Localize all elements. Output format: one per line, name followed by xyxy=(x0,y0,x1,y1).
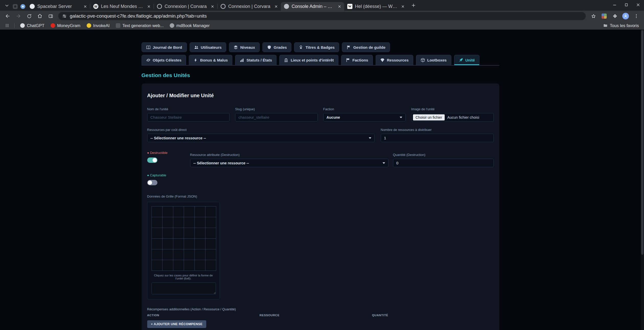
slug-input[interactable] xyxy=(235,113,318,121)
unit-image-file-input[interactable]: Choisir un fichier Aucun fichier choisi xyxy=(411,113,494,122)
grid-cell[interactable] xyxy=(152,249,163,260)
nav-gestion-de-guilde[interactable]: Gestion de guilde xyxy=(342,42,390,52)
site-info-icon[interactable] xyxy=(62,14,67,19)
grid-cell[interactable] xyxy=(152,239,163,249)
grid-cell[interactable] xyxy=(184,217,195,228)
tab-ressources[interactable]: Ressources xyxy=(376,55,413,65)
pinned-extension-button[interactable] xyxy=(599,11,609,21)
bookmark-textgen[interactable]: Text generation web... xyxy=(113,22,166,29)
tab-objets-celestes[interactable]: Objets Célestes xyxy=(142,55,186,65)
nav-utilisateurs[interactable]: Utilisateurs xyxy=(190,42,226,52)
forward-button[interactable] xyxy=(13,11,24,21)
grid-cell[interactable] xyxy=(205,239,216,249)
apps-grid-button[interactable] xyxy=(3,22,11,29)
grid-cell[interactable] xyxy=(163,249,173,260)
grid-cell[interactable] xyxy=(184,228,195,239)
bookmark-invokeai[interactable]: InvokeAI xyxy=(84,22,112,29)
all-bookmarks-button[interactable]: Tous les favoris xyxy=(601,22,641,29)
grid-cell[interactable] xyxy=(152,217,163,228)
grid-cell[interactable] xyxy=(173,217,184,228)
grid-cell[interactable] xyxy=(163,239,173,249)
tab-close-icon[interactable] xyxy=(146,4,152,9)
grid-cell[interactable] xyxy=(184,239,195,249)
tab-close-icon[interactable] xyxy=(273,4,279,9)
scrollbar-thumb[interactable] xyxy=(641,30,643,255)
grid-cell[interactable] xyxy=(195,206,205,217)
bookmark-chatgpt[interactable]: ChatGPT xyxy=(18,22,47,29)
grid-cell[interactable] xyxy=(205,260,216,271)
distribute-count-input[interactable] xyxy=(381,134,494,142)
nav-niveaux[interactable]: Niveaux xyxy=(229,42,260,52)
grid-cell[interactable] xyxy=(152,206,163,217)
profile-button[interactable] xyxy=(620,11,631,21)
faction-select[interactable]: Aucune xyxy=(323,113,406,121)
grid-cell[interactable] xyxy=(173,260,184,271)
grid-cell[interactable] xyxy=(163,228,173,239)
destructible-toggle[interactable] xyxy=(147,157,157,163)
pinned-tab-1[interactable] xyxy=(11,2,19,11)
tab-les-neuf-mondes[interactable]: W Les Neuf Mondes de la Mythol... xyxy=(90,2,154,11)
tab-close-icon[interactable] xyxy=(210,4,215,9)
minimize-button[interactable] xyxy=(609,0,620,10)
grid-cell[interactable] xyxy=(195,260,205,271)
grid-cell[interactable] xyxy=(173,228,184,239)
add-reward-button[interactable]: + AJOUTER UNE RÉCOMPENSE xyxy=(147,320,206,328)
resource-cost-select[interactable]: -- Sélectionner une ressource -- xyxy=(147,134,375,142)
maximize-button[interactable] xyxy=(620,0,632,10)
nav-grades[interactable]: Grades xyxy=(262,42,292,52)
grid-cell[interactable] xyxy=(205,228,216,239)
capturable-toggle[interactable] xyxy=(147,180,157,185)
new-tab-button[interactable] xyxy=(409,1,418,10)
destruction-qty-input[interactable] xyxy=(393,159,494,167)
pinned-tab-2[interactable] xyxy=(19,2,27,11)
nav-journal-de-bord[interactable]: Journal de Bord xyxy=(142,42,187,52)
tab-console-admin-nexus[interactable]: Console Admin – Nexus xyxy=(281,2,344,11)
url-text[interactable]: galactic-pve-conquest-c7fe.dev.flatlogic… xyxy=(70,13,207,19)
tab-bonus-malus[interactable]: Bonus & Malus xyxy=(189,55,232,65)
grid-cell[interactable] xyxy=(184,249,195,260)
tab-connexion-corvara-1[interactable]: Connexion | Corvara xyxy=(154,2,217,11)
tab-statuts-etats[interactable]: Statuts / États xyxy=(235,55,277,65)
choose-file-button[interactable]: Choisir un fichier xyxy=(413,114,445,120)
grid-cell[interactable] xyxy=(152,260,163,271)
address-bar[interactable]: galactic-pve-conquest-c7fe.dev.flatlogic… xyxy=(58,12,586,20)
grid-cell[interactable] xyxy=(195,228,205,239)
tab-lieux-points-interet[interactable]: Lieux et points d'intérêt xyxy=(279,55,338,65)
tab-connexion-corvara-2[interactable]: Connexion | Corvara xyxy=(217,2,281,11)
grid-cell[interactable] xyxy=(152,228,163,239)
grid-cell[interactable] xyxy=(163,260,173,271)
home-button[interactable] xyxy=(35,11,45,21)
grid-cell[interactable] xyxy=(173,249,184,260)
unit-name-input[interactable] xyxy=(147,113,230,121)
browser-menu-button[interactable] xyxy=(631,11,641,21)
bookmark-mdbook[interactable]: mdBook Manager xyxy=(167,22,212,29)
extensions-button[interactable] xyxy=(610,11,620,21)
grid-json-textarea[interactable] xyxy=(152,283,216,294)
grid-cell[interactable] xyxy=(163,206,173,217)
grid-cell[interactable] xyxy=(205,206,216,217)
page-scrollbar[interactable] xyxy=(641,30,644,330)
close-button[interactable] xyxy=(632,0,644,10)
bookmark-star-button[interactable] xyxy=(588,11,599,21)
grid-cell[interactable] xyxy=(163,217,173,228)
tab-close-icon[interactable] xyxy=(337,4,342,9)
tab-unite[interactable]: Unité xyxy=(454,55,480,65)
grid-cell[interactable] xyxy=(195,217,205,228)
back-button[interactable] xyxy=(3,11,13,21)
grid-cell[interactable] xyxy=(195,249,205,260)
reload-button[interactable] xyxy=(24,11,34,21)
tab-spacebar-server[interactable]: Spacebar Server xyxy=(27,2,90,11)
grid-cell[interactable] xyxy=(195,239,205,249)
grid-cell[interactable] xyxy=(173,239,184,249)
grid-cell[interactable] xyxy=(205,217,216,228)
tab-lootboxes[interactable]: Lootboxes xyxy=(416,55,451,65)
tab-close-icon[interactable] xyxy=(400,4,406,9)
grid-cell[interactable] xyxy=(205,249,216,260)
tab-search-button[interactable] xyxy=(3,1,11,10)
destruction-resource-select[interactable]: -- Sélectionner une ressource -- xyxy=(190,159,388,167)
tab-close-icon[interactable] xyxy=(82,4,88,9)
grid-cell[interactable] xyxy=(184,260,195,271)
grid-cell[interactable] xyxy=(184,206,195,217)
grid-cell[interactable] xyxy=(173,206,184,217)
tab-hel-wikipedia[interactable]: W Hel (déesse) — Wikipédia xyxy=(344,2,408,11)
